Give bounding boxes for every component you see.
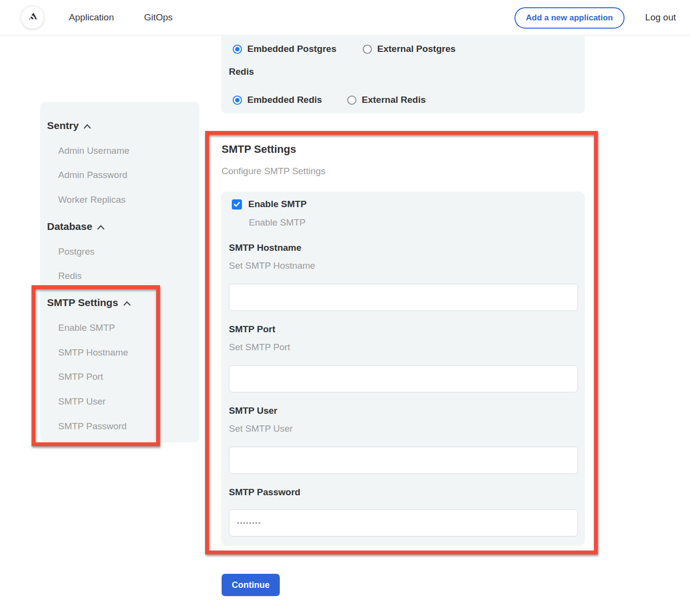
radio-embedded-postgres[interactable]: Embedded Postgres [233, 44, 363, 54]
radio-external-postgres[interactable]: External Postgres [363, 44, 456, 54]
sentry-logo-icon [26, 10, 39, 25]
sidebar-item-postgres[interactable]: Postgres [58, 246, 95, 257]
smtp-password-input[interactable] [229, 509, 578, 536]
smtp-hostname-input[interactable] [229, 284, 578, 311]
smtp-settings-panel: Enable SMTP Enable SMTP SMTP Hostname Se… [221, 192, 585, 546]
sidebar-section-sentry[interactable]: Sentry [47, 120, 91, 131]
sidebar-item-smtp-password[interactable]: SMTP Password [58, 421, 127, 432]
radio-label: Embedded Postgres [247, 44, 337, 54]
continue-button[interactable]: Continue [222, 574, 280, 596]
sidebar-section-smtp-settings[interactable]: SMTP Settings [47, 297, 131, 308]
smtp-hostname-helper: Set SMTP Hostname [229, 260, 315, 271]
radio-unselected-icon [363, 45, 372, 54]
app-logo[interactable] [21, 6, 44, 29]
sidebar-item-smtp-user[interactable]: SMTP User [58, 396, 106, 407]
smtp-hostname-label: SMTP Hostname [229, 243, 302, 253]
radio-label: External Postgres [377, 44, 456, 54]
smtp-password-label: SMTP Password [229, 487, 300, 498]
chevron-up-icon [83, 120, 91, 131]
top-nav-bar: Application GitOps Add a new application… [0, 0, 690, 35]
chevron-up-icon [123, 297, 131, 308]
sidebar-section-title: Database [47, 221, 92, 232]
chevron-up-icon [97, 221, 105, 232]
config-nav-sidebar: Sentry Admin Username Admin Password Wor… [40, 102, 199, 442]
nav-item-gitops[interactable]: GitOps [144, 0, 173, 35]
smtp-settings-subtitle: Configure SMTP Settings [222, 166, 325, 177]
sidebar-section-database[interactable]: Database [47, 221, 105, 232]
radio-label: External Redis [362, 95, 426, 105]
smtp-port-helper: Set SMTP Port [229, 342, 290, 353]
admin-console-page: Application GitOps Add a new application… [0, 0, 690, 616]
sidebar-item-redis[interactable]: Redis [58, 271, 82, 281]
radio-label: Embedded Redis [247, 95, 322, 105]
radio-unselected-icon [347, 96, 356, 105]
add-new-application-button[interactable]: Add a new application [514, 7, 625, 29]
nav-item-application[interactable]: Application [69, 0, 114, 35]
postgres-radio-group: Embedded Postgres External Postgres [233, 42, 456, 56]
radio-embedded-redis[interactable]: Embedded Redis [233, 95, 347, 105]
smtp-port-label: SMTP Port [229, 324, 275, 335]
sidebar-item-smtp-port[interactable]: SMTP Port [58, 372, 103, 382]
radio-external-redis[interactable]: External Redis [347, 95, 426, 105]
smtp-user-input[interactable] [229, 447, 578, 474]
enable-smtp-checkbox[interactable]: Enable SMTP [232, 199, 306, 210]
radio-selected-icon [233, 96, 242, 105]
sidebar-section-title: SMTP Settings [47, 297, 118, 308]
sidebar-item-admin-password[interactable]: Admin Password [58, 170, 128, 180]
radio-selected-icon [233, 45, 242, 54]
logout-link[interactable]: Log out [645, 0, 676, 35]
smtp-settings-title: SMTP Settings [222, 143, 296, 156]
enable-smtp-label: Enable SMTP [248, 199, 306, 210]
sidebar-item-admin-username[interactable]: Admin Username [58, 146, 129, 156]
database-config-panel: Embedded Postgres External Postgres Redi… [221, 36, 585, 113]
redis-group-heading: Redis [229, 66, 254, 77]
smtp-user-label: SMTP User [229, 405, 277, 416]
checkbox-checked-icon [232, 199, 242, 210]
sidebar-item-enable-smtp[interactable]: Enable SMTP [58, 323, 115, 333]
sidebar-item-worker-replicas[interactable]: Worker Replicas [58, 195, 126, 205]
smtp-user-helper: Set SMTP User [229, 423, 293, 434]
enable-smtp-helper: Enable SMTP [249, 217, 305, 228]
sidebar-item-smtp-hostname[interactable]: SMTP Hostname [58, 347, 128, 358]
redis-radio-group: Embedded Redis External Redis [233, 93, 426, 107]
smtp-port-input[interactable] [229, 365, 578, 392]
sidebar-section-title: Sentry [47, 120, 79, 131]
